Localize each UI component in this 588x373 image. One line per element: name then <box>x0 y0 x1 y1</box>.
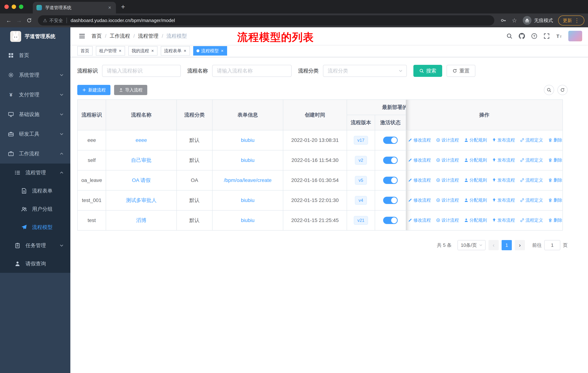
tag-close-icon[interactable]: × <box>220 48 224 53</box>
delete-link[interactable]: 删除 <box>548 197 562 203</box>
assign-rule-link[interactable]: 分配规则 <box>464 137 487 143</box>
goto-page-input[interactable] <box>544 240 560 250</box>
process-name-link[interactable]: 滔博 <box>136 217 146 223</box>
next-page-button[interactable]: › <box>515 240 525 250</box>
sidebar-item-task-mgmt[interactable]: 任务管理 <box>0 236 70 255</box>
user-avatar[interactable] <box>568 31 582 41</box>
active-status-toggle[interactable] <box>383 137 398 144</box>
url-bar[interactable]: ⚠ 不安全 dashboard.yudao.iocoder.cn/bpm/man… <box>38 15 494 26</box>
edit-process-link[interactable]: 修改流程 <box>408 137 431 143</box>
tag-close-icon[interactable]: × <box>118 48 122 53</box>
breadcrumb-home[interactable]: 首页 <box>92 33 102 40</box>
page-number-1[interactable]: 1 <box>502 240 512 250</box>
active-status-toggle[interactable] <box>383 157 398 164</box>
sidebar-item-infra[interactable]: 基础设施 <box>0 105 70 124</box>
tag-home[interactable]: 首页 <box>77 46 93 56</box>
help-icon[interactable] <box>531 33 537 39</box>
design-process-link[interactable]: 设计流程 <box>436 177 459 183</box>
reload-button[interactable] <box>24 15 34 26</box>
sidebar-item-workflow[interactable]: 工作流程 <box>0 144 70 163</box>
process-definition-link[interactable]: 流程定义 <box>520 217 543 223</box>
process-definition-link[interactable]: 流程定义 <box>520 137 543 143</box>
password-key-icon[interactable] <box>498 15 509 26</box>
design-process-link[interactable]: 设计流程 <box>436 197 459 203</box>
publish-process-link[interactable]: 发布流程 <box>492 157 515 163</box>
process-definition-link[interactable]: 流程定义 <box>520 157 543 163</box>
sidebar-item-process-mgmt[interactable]: 流程管理 <box>0 163 70 182</box>
form-info-link[interactable]: /bpm/oa/leave/create <box>224 177 272 183</box>
process-definition-link[interactable]: 流程定义 <box>520 177 543 183</box>
publish-process-link[interactable]: 发布流程 <box>492 177 515 183</box>
tag-close-icon[interactable]: × <box>183 48 187 53</box>
back-button[interactable]: ← <box>4 15 14 26</box>
process-name-link[interactable]: eeee <box>136 137 147 143</box>
edit-process-link[interactable]: 修改流程 <box>408 157 431 163</box>
new-tab-button[interactable]: + <box>121 3 125 10</box>
security-chip[interactable]: ⚠ 不安全 <box>43 18 63 23</box>
sidebar-item-pay[interactable]: 支付管理 <box>0 85 70 105</box>
sidebar-item-dev[interactable]: 研发工具 <box>0 124 70 144</box>
browser-update-button[interactable]: 更新 ⋮ <box>558 15 584 26</box>
tag-tenant[interactable]: 租户管理 × <box>96 46 125 56</box>
delete-link[interactable]: 删除 <box>548 157 562 163</box>
edit-process-link[interactable]: 修改流程 <box>408 197 431 203</box>
publish-process-link[interactable]: 发布流程 <box>492 197 515 203</box>
search-button[interactable]: 搜索 <box>413 65 442 77</box>
publish-process-link[interactable]: 发布流程 <box>492 137 515 143</box>
github-icon[interactable] <box>519 33 525 39</box>
window-minimize-button[interactable] <box>12 5 16 9</box>
forward-button[interactable]: → <box>14 15 24 26</box>
process-definition-link[interactable]: 流程定义 <box>520 197 543 203</box>
sidebar-item-leave-query[interactable]: 请假查询 <box>0 255 70 273</box>
toggle-search-button[interactable] <box>544 85 554 95</box>
tab-close-icon[interactable]: × <box>107 5 112 10</box>
import-process-button[interactable]: 导入流程 <box>114 85 147 95</box>
form-info-link[interactable]: biubiu <box>241 197 255 203</box>
window-zoom-button[interactable] <box>19 5 23 9</box>
prev-page-button[interactable]: ‹ <box>488 240 499 250</box>
assign-rule-link[interactable]: 分配规则 <box>464 157 487 163</box>
delete-link[interactable]: 删除 <box>548 217 562 223</box>
reset-button[interactable]: 重置 <box>447 65 475 77</box>
form-info-link[interactable]: biubiu <box>241 217 255 223</box>
process-name-input[interactable] <box>212 65 292 77</box>
design-process-link[interactable]: 设计流程 <box>436 157 459 163</box>
window-close-button[interactable] <box>4 5 9 9</box>
edit-process-link[interactable]: 修改流程 <box>408 177 431 183</box>
form-info-link[interactable]: biubiu <box>241 137 255 143</box>
assign-rule-link[interactable]: 分配规则 <box>464 177 487 183</box>
search-icon[interactable] <box>506 33 513 39</box>
delete-link[interactable]: 删除 <box>548 177 562 183</box>
breadcrumb-workflow[interactable]: 工作流程 <box>110 33 130 40</box>
active-status-toggle[interactable] <box>383 197 398 204</box>
page-size-select[interactable]: 10条/页 <box>458 240 486 250</box>
tag-process-form[interactable]: 流程表单 × <box>161 46 190 56</box>
sidebar-item-system[interactable]: 系统管理 <box>0 65 70 85</box>
form-info-link[interactable]: biubiu <box>241 157 255 163</box>
sidebar-item-user-group[interactable]: 用户分组 <box>0 200 70 218</box>
tag-my-process[interactable]: 我的流程 × <box>128 46 158 56</box>
edit-process-link[interactable]: 修改流程 <box>408 217 431 223</box>
sidebar-item-process-form[interactable]: 流程表单 <box>0 182 70 200</box>
tag-process-model[interactable]: 流程模型 × <box>193 46 227 56</box>
publish-process-link[interactable]: 发布流程 <box>492 217 515 223</box>
process-category-select[interactable]: 流程分类 <box>323 65 407 77</box>
active-status-toggle[interactable] <box>383 217 398 224</box>
process-key-input[interactable] <box>102 65 181 77</box>
bookmark-star-icon[interactable]: ☆ <box>509 15 520 26</box>
delete-link[interactable]: 删除 <box>548 137 562 143</box>
assign-rule-link[interactable]: 分配规则 <box>464 217 487 223</box>
sidebar-item-process-model[interactable]: 流程模型 <box>0 218 70 236</box>
process-name-link[interactable]: 自己审批 <box>131 157 151 163</box>
font-size-icon[interactable] <box>556 33 562 39</box>
process-name-link[interactable]: 测试多审批人 <box>126 197 157 203</box>
browser-tab[interactable]: 芋道管理系统 × <box>33 2 116 13</box>
hamburger-icon[interactable] <box>78 32 86 40</box>
refresh-table-button[interactable] <box>557 85 567 95</box>
create-process-button[interactable]: 新建流程 <box>77 85 110 95</box>
breadcrumb-process-mgmt[interactable]: 流程管理 <box>138 33 158 40</box>
tag-close-icon[interactable]: × <box>151 48 154 53</box>
fullscreen-icon[interactable] <box>544 33 550 39</box>
design-process-link[interactable]: 设计流程 <box>436 217 459 223</box>
active-status-toggle[interactable] <box>383 177 398 184</box>
